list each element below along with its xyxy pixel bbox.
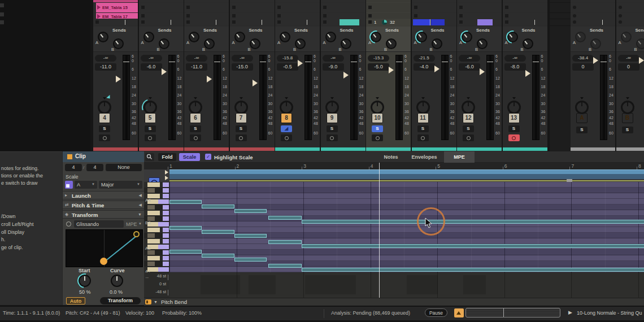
volume-value[interactable]: -6.0 [459, 63, 480, 71]
browser-item-label[interactable]: 10-Long Normale - String Qu [577, 310, 642, 316]
solo-button[interactable]: S [417, 125, 429, 132]
midi-note[interactable] [302, 268, 644, 272]
clip-stop-button[interactable] [323, 6, 327, 9]
send-b-knob[interactable] [523, 38, 533, 49]
ruler-bar-number[interactable]: 6 [504, 163, 507, 169]
send-a-knob[interactable] [234, 32, 245, 42]
volume-value[interactable]: -11.0 [95, 63, 116, 71]
scale-mode-dropdown[interactable]: Major▼ [99, 181, 142, 189]
clip-stop-button[interactable] [368, 14, 372, 18]
solo-button[interactable]: S [622, 127, 633, 133]
clip-slot[interactable] [412, 13, 456, 19]
clip-slot[interactable] [275, 3, 320, 12]
clip-panel-header[interactable]: Clip [63, 151, 145, 162]
session-clip-blue[interactable] [413, 19, 430, 25]
scale-awareness-icon[interactable] [65, 181, 73, 189]
ruler-bar-number[interactable]: 7 [571, 163, 574, 169]
pan-knob[interactable] [280, 101, 293, 114]
session-record-button[interactable] [281, 134, 292, 141]
clip-slot[interactable] [366, 3, 411, 12]
clip-stop-button[interactable] [186, 14, 190, 18]
volume-fader-handle[interactable] [593, 57, 598, 64]
groove-selector[interactable]: None [106, 164, 142, 171]
solo-button[interactable]: ◢ [281, 125, 292, 132]
clip-slot[interactable]: EM_Tabla 17 [93, 13, 138, 19]
peak-level-display[interactable]: -∞ [323, 55, 344, 62]
send-b-knob[interactable] [159, 38, 169, 49]
send-a-knob[interactable] [280, 32, 290, 42]
volume-fader-handle[interactable] [116, 76, 121, 82]
piano-key[interactable] [147, 228, 160, 232]
volume-value[interactable]: -6.0 [141, 63, 162, 71]
solo-button[interactable]: S [508, 125, 520, 132]
curve-knob-value[interactable]: 0.0 % [110, 289, 123, 295]
tab-envelopes[interactable]: Envelopes [406, 151, 442, 163]
volume-fader-handle[interactable] [389, 67, 394, 73]
clip-slot[interactable] [230, 19, 275, 25]
start-knob[interactable] [79, 275, 91, 287]
send-b-knob[interactable] [432, 38, 442, 49]
clip-slot[interactable] [139, 13, 184, 19]
volume-fader-handle[interactable] [343, 72, 349, 79]
pan-knob[interactable] [325, 101, 339, 114]
clip-slot[interactable] [571, 19, 615, 25]
clip-stop-button[interactable] [141, 20, 145, 24]
level-meter[interactable] [486, 55, 494, 140]
clip-play-icon[interactable] [97, 14, 101, 19]
clip-stop-button[interactable] [277, 20, 281, 24]
clip-stop-button[interactable] [0, 20, 4, 24]
session-record-button[interactable] [508, 134, 520, 141]
volume-fader-handle[interactable] [207, 76, 212, 82]
piano-key-column[interactable]: A4B3A2A1 [144, 182, 169, 272]
volume-value[interactable]: -0.5 [277, 63, 298, 71]
clip-stop-button[interactable] [505, 6, 508, 9]
clip-slot[interactable] [321, 3, 365, 12]
send-a-knob[interactable] [416, 32, 427, 42]
clip-slot[interactable] [616, 13, 644, 19]
clip-slot[interactable]: EM_Tabla 15 [93, 3, 138, 12]
clip-stop-button[interactable] [232, 14, 236, 18]
clip-stop-button[interactable] [95, 20, 99, 24]
tab-mpe[interactable]: MPE [444, 151, 475, 163]
clip-stop-button[interactable] [619, 6, 622, 9]
midi-note[interactable] [302, 244, 644, 248]
pause-button[interactable]: Pause [425, 308, 447, 317]
clip-slot[interactable] [139, 19, 184, 25]
preview-play-icon[interactable]: ▶ [568, 310, 572, 315]
clip-slot[interactable] [571, 13, 615, 19]
scale-root-dropdown[interactable]: A▼ [75, 181, 97, 189]
clip-stop-button[interactable] [459, 14, 463, 18]
level-meter[interactable] [600, 55, 607, 140]
return-activator-button[interactable]: A [576, 113, 588, 123]
level-meter[interactable] [168, 55, 176, 140]
piano-key[interactable] [147, 256, 160, 260]
clip-stop-button[interactable] [277, 14, 281, 18]
xy-pad-target-handle[interactable] [133, 231, 140, 237]
clip-stop-button[interactable] [414, 14, 417, 18]
send-b-knob[interactable] [204, 38, 215, 49]
transform-section-header[interactable]: ◈ Transform ▼ [63, 210, 145, 219]
pan-knob[interactable] [507, 101, 521, 114]
highlight-scale-checkbox[interactable]: ✓ [205, 154, 211, 160]
volume-fader-handle[interactable] [480, 68, 485, 75]
launch-section-header[interactable]: ▸ Launch ◀ [63, 191, 145, 199]
session-record-button[interactable] [145, 134, 156, 141]
piano-key[interactable] [147, 205, 155, 210]
clip-stop-button[interactable] [619, 14, 622, 18]
track-activator-button[interactable]: 4 [99, 113, 110, 123]
send-b-knob[interactable] [477, 38, 488, 49]
volume-fader-handle[interactable] [434, 66, 440, 72]
track-activator-button[interactable]: 7 [236, 113, 247, 123]
send-a-knob[interactable] [371, 32, 381, 42]
solo-button[interactable]: S [327, 125, 338, 132]
midi-note[interactable] [169, 200, 202, 204]
clip-stop-button[interactable] [0, 3, 4, 7]
send-b-knob[interactable] [113, 38, 124, 49]
session-record-button[interactable] [327, 134, 338, 141]
midi-note[interactable] [169, 250, 202, 254]
send-a-knob[interactable] [98, 32, 108, 42]
clip-slot[interactable]: 132 [366, 19, 411, 25]
level-meter[interactable] [350, 55, 358, 140]
level-meter[interactable] [532, 55, 539, 140]
clip-stop-button[interactable] [141, 14, 145, 18]
